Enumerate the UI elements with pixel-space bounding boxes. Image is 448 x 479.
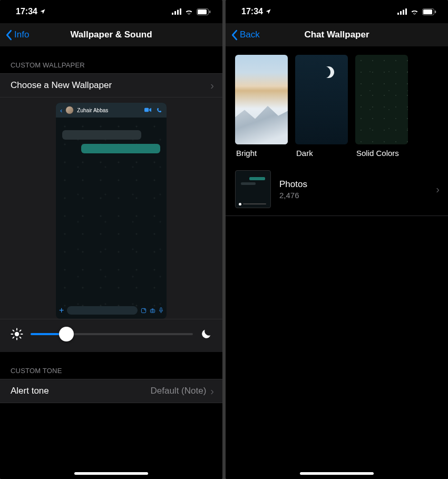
svg-line-17 (13, 330, 14, 331)
chat-contact-name: Zuhair Abbas (77, 107, 141, 113)
photos-label: Photos (279, 179, 427, 190)
back-button[interactable]: Back (226, 30, 260, 41)
status-time: 17:34 (241, 7, 263, 16)
solid-thumbnail (355, 55, 408, 144)
bright-label: Bright (235, 144, 288, 158)
chat-preview: ‹ Zuhair Abbas + (56, 103, 167, 319)
svg-rect-21 (397, 13, 399, 15)
svg-rect-1 (174, 11, 176, 15)
svg-line-18 (20, 337, 21, 338)
photos-row[interactable]: Photos 2,476 › (226, 163, 448, 216)
chat-preview-container: ‹ Zuhair Abbas + (0, 97, 222, 319)
svg-rect-27 (435, 11, 436, 13)
svg-rect-6 (209, 11, 210, 13)
svg-rect-8 (141, 308, 145, 312)
dark-label: Dark (295, 144, 348, 158)
svg-rect-0 (172, 13, 173, 15)
status-time: 17:34 (16, 7, 37, 16)
cellular-icon (397, 8, 407, 15)
wifi-icon (184, 8, 193, 15)
page-title: Wallpaper & Sound (0, 30, 222, 40)
sun-icon (11, 328, 23, 340)
dark-thumbnail (295, 55, 348, 144)
video-call-icon (144, 107, 151, 113)
wallpaper-category-grid: Bright Dark Solid Colors (226, 46, 448, 163)
svg-line-20 (20, 330, 21, 331)
crescent-moon-icon (323, 66, 334, 78)
svg-rect-2 (177, 10, 179, 15)
camera-icon (150, 308, 155, 314)
section-header-tone: Custom Tone (0, 352, 222, 379)
location-icon (265, 8, 271, 15)
back-button[interactable]: Info (0, 30, 29, 41)
svg-rect-3 (180, 8, 181, 15)
outgoing-bubble (81, 144, 160, 153)
svg-rect-23 (403, 10, 404, 15)
photos-count: 2,476 (279, 191, 427, 200)
battery-icon (422, 8, 436, 15)
slider-thumb[interactable] (59, 327, 74, 341)
avatar (65, 106, 74, 114)
chat-back-icon: ‹ (60, 106, 62, 114)
nav-bar: Back Chat Wallpaper (226, 23, 448, 46)
category-bright[interactable]: Bright (235, 55, 288, 158)
home-indicator[interactable] (74, 472, 148, 475)
brightness-slider[interactable] (31, 327, 193, 341)
mic-icon (159, 307, 163, 314)
battery-icon (197, 8, 211, 15)
home-indicator[interactable] (300, 472, 374, 475)
brightness-slider-row (0, 319, 222, 352)
svg-rect-22 (400, 11, 402, 15)
phone-icon (157, 107, 162, 113)
alert-tone-row[interactable]: Alert tone Default (Note) › (0, 379, 222, 403)
moon-icon (200, 328, 212, 340)
status-bar: 17:34 (0, 0, 222, 23)
status-bar: 17:34 (226, 0, 448, 23)
chevron-right-icon: › (210, 386, 214, 396)
svg-rect-26 (423, 9, 432, 14)
phone-left: 17:34 Info Wallpaper & Sound Custom Wall… (0, 0, 222, 479)
chevron-right-icon: › (210, 80, 214, 91)
section-header-wallpaper: Custom Wallpaper (0, 46, 222, 73)
chat-input-bar: + (59, 305, 163, 316)
svg-rect-7 (144, 107, 149, 112)
svg-rect-5 (198, 9, 207, 14)
svg-rect-9 (150, 309, 154, 312)
chat-input-field (67, 306, 138, 315)
nav-bar: Info Wallpaper & Sound (0, 23, 222, 46)
wifi-icon (410, 8, 419, 15)
back-label: Back (240, 30, 260, 40)
cellular-icon (172, 8, 181, 15)
svg-point-12 (15, 332, 19, 336)
choose-wallpaper-row[interactable]: Choose a New Wallpaper › (0, 73, 222, 97)
back-label: Info (14, 30, 29, 40)
category-dark[interactable]: Dark (295, 55, 348, 158)
plus-icon: + (59, 306, 64, 315)
photos-thumbnail (235, 170, 271, 208)
bright-thumbnail (235, 55, 288, 144)
svg-rect-11 (160, 308, 162, 311)
location-icon (40, 8, 46, 15)
svg-rect-24 (405, 8, 407, 15)
svg-point-10 (152, 310, 153, 311)
category-solid[interactable]: Solid Colors (355, 55, 408, 158)
alert-tone-label: Alert tone (11, 386, 49, 396)
sticker-icon (141, 308, 147, 314)
chevron-right-icon: › (436, 184, 440, 194)
chat-preview-header: ‹ Zuhair Abbas (56, 103, 167, 118)
svg-line-19 (13, 337, 14, 338)
phone-right: 17:34 Back Chat Wallpaper Bright (226, 0, 448, 479)
incoming-bubble (62, 130, 141, 140)
solid-label: Solid Colors (355, 144, 408, 158)
alert-tone-value: Default (Note) (151, 386, 207, 396)
choose-wallpaper-label: Choose a New Wallpaper (11, 80, 112, 91)
